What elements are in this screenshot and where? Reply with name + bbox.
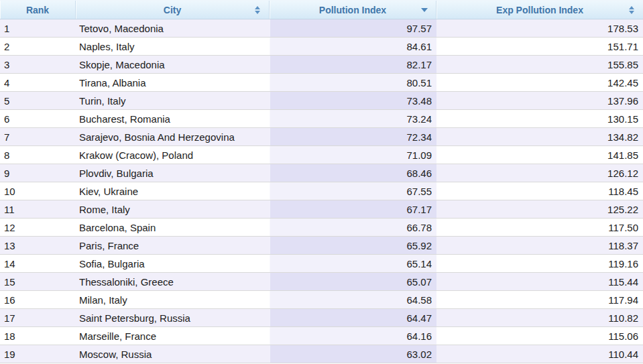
- column-header-pollution-index[interactable]: Pollution Index: [270, 1, 436, 19]
- cell-pollution-index: 67.55: [270, 182, 436, 200]
- cell-city: Turin, Italy: [76, 92, 270, 109]
- cell-rank: 12: [0, 219, 76, 236]
- cell-city: Thessaloniki, Greece: [76, 273, 270, 290]
- cell-rank: 8: [0, 146, 76, 164]
- cell-rank: 9: [0, 164, 76, 182]
- cell-rank: 1: [0, 19, 76, 37]
- column-header-exp-pollution-index-label: Exp Pollution Index: [496, 5, 583, 15]
- cell-pollution-index: 73.48: [270, 92, 436, 109]
- cell-pollution-index: 73.24: [270, 110, 436, 127]
- table-row: 14 Sofia, Bulgaria 65.14 119.16: [0, 255, 643, 273]
- column-header-city-label: City: [164, 5, 181, 15]
- sort-updown-icon: [255, 6, 261, 14]
- cell-rank: 18: [0, 327, 76, 345]
- cell-pollution-index: 67.17: [270, 200, 436, 218]
- cell-rank: 2: [0, 38, 76, 55]
- cell-city: Skopje, Macedonia: [76, 56, 270, 73]
- cell-city: Marseille, France: [76, 327, 270, 345]
- cell-city: Kiev, Ukraine: [76, 182, 270, 200]
- table-row: 7 Sarajevo, Bosnia And Herzegovina 72.34…: [0, 128, 643, 146]
- table-row: 9 Plovdiv, Bulgaria 68.46 126.12: [0, 164, 643, 182]
- column-header-rank[interactable]: Rank: [0, 1, 76, 19]
- cell-rank: 7: [0, 128, 76, 145]
- cell-exp-pollution-index: 125.22: [436, 200, 643, 218]
- table-row: 15 Thessaloniki, Greece 65.07 115.44: [0, 273, 643, 291]
- cell-city: Saint Petersburg, Russia: [76, 309, 270, 326]
- cell-exp-pollution-index: 155.85: [436, 56, 643, 73]
- column-header-city[interactable]: City: [76, 1, 270, 19]
- table-row: 5 Turin, Italy 73.48 137.96: [0, 92, 643, 110]
- table-row: 12 Barcelona, Spain 66.78 117.50: [0, 219, 643, 237]
- cell-exp-pollution-index: 117.94: [436, 291, 643, 308]
- cell-exp-pollution-index: 115.06: [436, 327, 643, 345]
- sort-descending-icon: [421, 8, 428, 12]
- table-row: 11 Rome, Italy 67.17 125.22: [0, 200, 643, 219]
- cell-exp-pollution-index: 126.12: [436, 164, 643, 182]
- column-header-rank-label: Rank: [26, 5, 49, 15]
- cell-rank: 6: [0, 110, 76, 127]
- cell-pollution-index: 63.02: [270, 345, 436, 363]
- cell-city: Moscow, Russia: [76, 345, 270, 363]
- cell-exp-pollution-index: 130.15: [436, 110, 643, 127]
- cell-pollution-index: 65.92: [270, 237, 436, 254]
- cell-city: Sarajevo, Bosnia And Herzegovina: [76, 128, 270, 145]
- table-header-row: Rank City Pollution Index Exp Pollution …: [0, 0, 643, 19]
- column-header-pollution-index-label: Pollution Index: [319, 5, 386, 15]
- cell-pollution-index: 72.34: [270, 128, 436, 145]
- cell-rank: 10: [0, 182, 76, 200]
- cell-exp-pollution-index: 119.16: [436, 255, 643, 272]
- cell-city: Bucharest, Romania: [76, 110, 270, 127]
- table-row: 1 Tetovo, Macedonia 97.57 178.53: [0, 19, 643, 38]
- table-row: 17 Saint Petersburg, Russia 64.47 110.82: [0, 309, 643, 327]
- cell-pollution-index: 68.46: [270, 164, 436, 182]
- table-row: 4 Tirana, Albania 80.51 142.45: [0, 74, 643, 92]
- cell-city: Milan, Italy: [76, 291, 270, 308]
- cell-exp-pollution-index: 115.44: [436, 273, 643, 290]
- cell-exp-pollution-index: 134.82: [436, 128, 643, 145]
- pollution-index-table: Rank City Pollution Index Exp Pollution …: [0, 0, 643, 363]
- column-header-exp-pollution-index[interactable]: Exp Pollution Index: [436, 1, 643, 19]
- cell-city: Sofia, Bulgaria: [76, 255, 270, 272]
- cell-city: Plovdiv, Bulgaria: [76, 164, 270, 182]
- cell-exp-pollution-index: 110.44: [436, 345, 643, 363]
- cell-rank: 19: [0, 345, 76, 363]
- cell-exp-pollution-index: 117.50: [436, 219, 643, 236]
- cell-city: Krakow (Cracow), Poland: [76, 146, 270, 164]
- cell-pollution-index: 64.47: [270, 309, 436, 326]
- cell-rank: 11: [0, 200, 76, 218]
- table-row: 18 Marseille, France 64.16 115.06: [0, 327, 643, 345]
- table-row: 16 Milan, Italy 64.58 117.94: [0, 291, 643, 309]
- table-row: 8 Krakow (Cracow), Poland 71.09 141.85: [0, 146, 643, 164]
- cell-rank: 3: [0, 56, 76, 73]
- table-row: 6 Bucharest, Romania 73.24 130.15: [0, 110, 643, 128]
- cell-exp-pollution-index: 178.53: [436, 19, 643, 37]
- cell-pollution-index: 71.09: [270, 146, 436, 164]
- cell-rank: 17: [0, 309, 76, 326]
- cell-city: Naples, Italy: [76, 38, 270, 55]
- pollution-index-page: Rank City Pollution Index Exp Pollution …: [0, 0, 643, 364]
- sort-updown-icon: [629, 6, 635, 14]
- table-row: 13 Paris, France 65.92 118.37: [0, 237, 643, 255]
- cell-rank: 13: [0, 237, 76, 254]
- cell-pollution-index: 84.61: [270, 38, 436, 55]
- cell-rank: 4: [0, 74, 76, 91]
- cell-city: Barcelona, Spain: [76, 219, 270, 236]
- cell-city: Paris, France: [76, 237, 270, 254]
- cell-exp-pollution-index: 110.82: [436, 309, 643, 326]
- cell-exp-pollution-index: 118.37: [436, 237, 643, 254]
- cell-exp-pollution-index: 151.71: [436, 38, 643, 55]
- cell-pollution-index: 97.57: [270, 19, 436, 37]
- table-row: 3 Skopje, Macedonia 82.17 155.85: [0, 56, 643, 74]
- cell-pollution-index: 64.16: [270, 327, 436, 345]
- cell-exp-pollution-index: 141.85: [436, 146, 643, 164]
- cell-exp-pollution-index: 142.45: [436, 74, 643, 91]
- cell-pollution-index: 65.07: [270, 273, 436, 290]
- table-body: 1 Tetovo, Macedonia 97.57 178.53 2 Naple…: [0, 19, 643, 363]
- cell-exp-pollution-index: 118.45: [436, 182, 643, 200]
- cell-city: Rome, Italy: [76, 200, 270, 218]
- cell-city: Tirana, Albania: [76, 74, 270, 91]
- cell-pollution-index: 82.17: [270, 56, 436, 73]
- cell-pollution-index: 65.14: [270, 255, 436, 272]
- cell-rank: 15: [0, 273, 76, 290]
- cell-exp-pollution-index: 137.96: [436, 92, 643, 109]
